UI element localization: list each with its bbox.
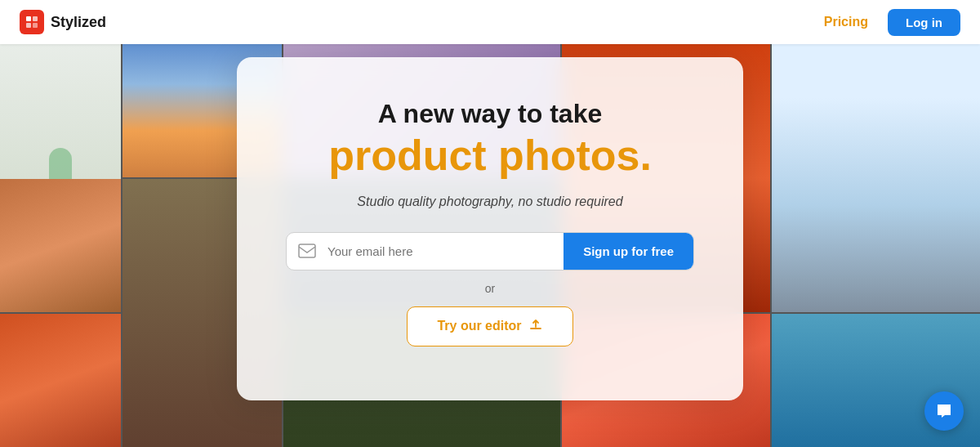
chat-bubble[interactable] [924,391,964,431]
logo-area: Stylized [20,10,106,34]
email-input[interactable] [327,233,564,270]
navbar: Stylized Pricing Log in [0,0,980,44]
hero-title: product photos. [328,132,652,179]
upload-icon [528,317,543,336]
svg-rect-5 [299,244,315,257]
hero-card: A new way to take product photos. Studio… [237,57,743,400]
try-editor-button[interactable]: Try our editor [407,306,572,346]
try-editor-label: Try our editor [437,319,521,333]
logo-text: Stylized [51,14,106,31]
svg-rect-2 [33,16,38,21]
logo-icon [20,10,44,34]
hero-description: Studio quality photography, no studio re… [357,194,622,209]
pricing-link[interactable]: Pricing [824,15,868,29]
email-signup-row: Sign up for free [286,232,694,270]
svg-rect-4 [33,23,38,28]
svg-rect-3 [26,23,31,28]
login-button[interactable]: Log in [888,9,960,36]
nav-right: Pricing Log in [824,9,960,36]
email-icon [287,244,327,258]
or-divider: or [485,282,495,295]
svg-rect-1 [26,16,31,21]
bg-image-11 [0,179,121,312]
signup-button[interactable]: Sign up for free [564,233,693,270]
hero-subtitle: A new way to take [378,98,602,129]
bg-image-6 [0,314,121,447]
bg-image-5 [772,44,980,312]
